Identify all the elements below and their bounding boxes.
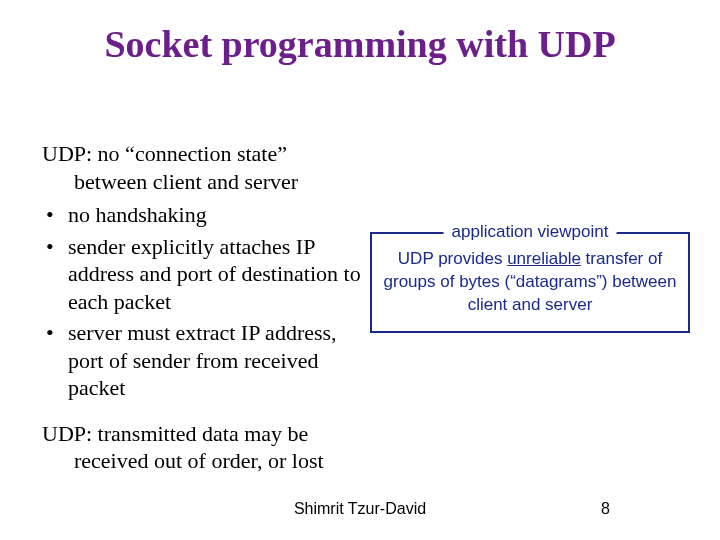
viewpoint-legend: application viewpoint xyxy=(444,221,617,244)
box-text-underline: unreliable xyxy=(507,249,581,268)
closing-line1: UDP: transmitted data may be xyxy=(42,421,308,446)
slide: Socket programming with UDP UDP: no “con… xyxy=(0,0,720,540)
intro-line1: UDP: no “connection state” xyxy=(42,141,287,166)
viewpoint-box-wrap: application viewpoint UDP provides unrel… xyxy=(370,232,690,333)
bullet-item: sender explicitly attaches IP address an… xyxy=(42,233,362,316)
intro-para: UDP: no “connection state” between clien… xyxy=(42,140,362,195)
footer-page-number: 8 xyxy=(601,500,610,518)
left-column: UDP: no “connection state” between clien… xyxy=(42,140,362,481)
bullet-item: no handshaking xyxy=(42,201,362,229)
bullet-item: server must extract IP address, port of … xyxy=(42,319,362,402)
footer-author: Shimrit Tzur-David xyxy=(0,500,720,518)
bullet-list: no handshaking sender explicitly attache… xyxy=(42,201,362,402)
slide-title: Socket programming with UDP xyxy=(0,22,720,66)
closing-para: UDP: transmitted data may be received ou… xyxy=(42,420,362,475)
box-text-pre: UDP provides xyxy=(398,249,507,268)
intro-line2: between client and server xyxy=(42,168,362,196)
closing-line2: received out of order, or lost xyxy=(42,447,362,475)
viewpoint-box: application viewpoint UDP provides unrel… xyxy=(370,232,690,333)
